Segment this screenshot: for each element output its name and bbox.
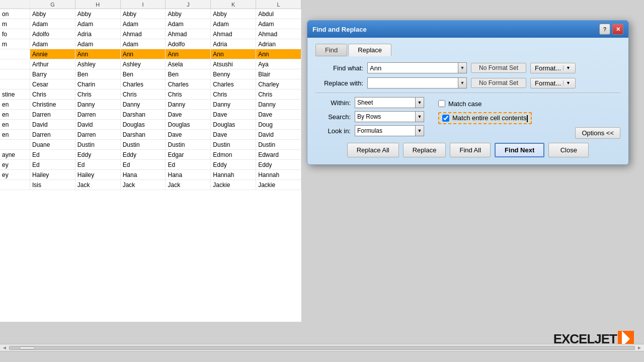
- replace-with-dropdown-btn[interactable]: ▼: [458, 77, 467, 88]
- table-cell: Hailey: [30, 170, 75, 179]
- form-divider: [315, 93, 620, 93]
- tab-replace[interactable]: Replace: [348, 44, 391, 56]
- find-format-btn-arrow[interactable]: ▼: [563, 65, 571, 70]
- replace-with-input[interactable]: [367, 77, 458, 88]
- close-dialog-button[interactable]: Close: [548, 143, 589, 157]
- find-format-button[interactable]: Format... ▼: [530, 63, 576, 73]
- table-row: ArthurAshleyAshleyAselaAtsushiAya: [0, 59, 301, 69]
- match-entire-checkbox[interactable]: [442, 115, 449, 122]
- search-select[interactable]: By Rows: [355, 111, 415, 122]
- table-cell: Doug: [256, 120, 301, 129]
- look-in-value: Formulas: [357, 127, 382, 134]
- table-cell: m: [0, 39, 30, 49]
- spreadsheet-body: onAbbyAbbyAbbyAbbyAbbyAbdulmAdamAdamAdam…: [0, 9, 301, 190]
- spreadsheet: G H I J K L onAbbyAbbyAbbyAbbyAbbyAbdulm…: [0, 0, 302, 322]
- table-cell: [0, 180, 30, 190]
- look-in-dropdown-btn[interactable]: ▼: [415, 125, 424, 136]
- table-cell: Adam: [75, 39, 121, 49]
- table-cell: Adam: [30, 39, 75, 49]
- table-cell: Jackie: [256, 180, 301, 190]
- within-select[interactable]: Sheet: [355, 97, 415, 108]
- match-case-checkbox[interactable]: [438, 100, 445, 107]
- search-value: By Rows: [357, 113, 381, 120]
- table-cell: David: [75, 120, 121, 129]
- find-next-button[interactable]: Find Next: [495, 143, 544, 157]
- table-cell: David: [30, 120, 75, 129]
- table-cell: Ahmad: [121, 29, 166, 39]
- row-header-spacer: [0, 0, 30, 9]
- find-what-input[interactable]: [367, 62, 458, 73]
- table-row: stineChrisChrisChrisChrisChrisChris: [0, 89, 301, 100]
- replace-all-button[interactable]: Replace All: [347, 143, 399, 157]
- table-cell: Aya: [256, 59, 301, 69]
- status-bar: [0, 351, 644, 362]
- help-button[interactable]: ?: [599, 24, 610, 35]
- table-cell: Chris: [256, 89, 301, 99]
- table-cell: Duane: [30, 140, 75, 149]
- table-cell: en: [0, 130, 30, 139]
- table-row: foAdolfoAdriaAhmadAhmadAhmadAhmad: [0, 29, 301, 39]
- col-header-h: H: [75, 0, 121, 9]
- within-dropdown-btn[interactable]: ▼: [415, 97, 424, 108]
- table-row: mAdamAdamAdamAdamAdamAdam: [0, 19, 301, 29]
- table-cell: Charles: [166, 79, 211, 89]
- table-cell: Ed: [30, 150, 75, 159]
- dialog-titlebar: Find and Replace ? ✕: [307, 21, 628, 38]
- table-cell: ey: [0, 160, 30, 169]
- table-cell: Ann: [75, 49, 121, 59]
- table-cell: Arthur: [30, 59, 75, 69]
- table-cell: Benny: [211, 69, 256, 79]
- scrollbar[interactable]: ◄ ►: [0, 344, 644, 351]
- table-cell: Dustin: [121, 140, 166, 149]
- table-row: IsisJackJackJackJackieJackie: [0, 180, 301, 190]
- table-cell: Danny: [121, 100, 166, 109]
- table-cell: Dustin: [211, 140, 256, 149]
- table-row: ayneEdEddyEddyEdgarEdmonEdward: [0, 150, 301, 160]
- action-buttons: Replace All Replace Find All Find Next C…: [315, 143, 620, 157]
- table-cell: fo: [0, 29, 30, 39]
- replace-format-btn-label: Format...: [535, 79, 561, 87]
- find-what-label: Find what:: [315, 64, 363, 72]
- table-cell: Edmon: [211, 150, 256, 159]
- table-cell: [0, 79, 30, 89]
- match-entire-row: Match entire cell contents: [438, 112, 532, 124]
- table-cell: Dave: [211, 130, 256, 139]
- table-cell: Jack: [75, 180, 121, 190]
- find-replace-dialog: Find and Replace ? ✕ Find Replace Find w…: [307, 20, 629, 165]
- replace-format-btn-arrow[interactable]: ▼: [563, 80, 571, 85]
- tab-find[interactable]: Find: [315, 44, 347, 56]
- table-row: eyEdEdEdEdEddyEddy: [0, 160, 301, 170]
- table-cell: Chris: [166, 89, 211, 99]
- find-all-button[interactable]: Find All: [450, 143, 491, 157]
- table-cell: Danny: [166, 100, 211, 109]
- table-cell: Ed: [30, 160, 75, 169]
- table-cell: Ann: [211, 49, 256, 59]
- table-cell: en: [0, 110, 30, 119]
- replace-button[interactable]: Replace: [403, 143, 446, 157]
- table-cell: Jackie: [211, 180, 256, 190]
- table-cell: Cesar: [30, 79, 75, 89]
- table-cell: Eddy: [211, 160, 256, 169]
- table-cell: Adam: [211, 19, 256, 29]
- replace-with-row: Replace with: ▼ No Format Set Format... …: [315, 77, 620, 88]
- table-cell: Darren: [30, 130, 75, 139]
- table-cell: m: [0, 19, 30, 29]
- close-window-button[interactable]: ✕: [612, 24, 623, 35]
- table-cell: Adria: [75, 29, 121, 39]
- table-cell: Ben: [166, 69, 211, 79]
- table-cell: Dustin: [75, 140, 121, 149]
- replace-format-button[interactable]: Format... ▼: [530, 78, 576, 88]
- search-dropdown-btn[interactable]: ▼: [415, 111, 424, 122]
- look-in-select[interactable]: Formulas: [355, 125, 415, 136]
- table-cell: Blair: [256, 69, 301, 79]
- find-what-dropdown-btn[interactable]: ▼: [458, 62, 467, 73]
- table-row: CesarCharinCharlesCharlesCharlesCharley: [0, 79, 301, 89]
- search-select-group: By Rows ▼: [355, 111, 424, 122]
- search-row: Search: By Rows ▼: [315, 111, 424, 122]
- col-headers: G H I J K L: [0, 0, 301, 9]
- within-label: Within:: [315, 99, 351, 107]
- table-cell: stine: [0, 89, 30, 99]
- find-what-input-group: ▼: [367, 62, 467, 73]
- options-button[interactable]: Options <<: [575, 127, 620, 139]
- table-cell: Charles: [211, 79, 256, 89]
